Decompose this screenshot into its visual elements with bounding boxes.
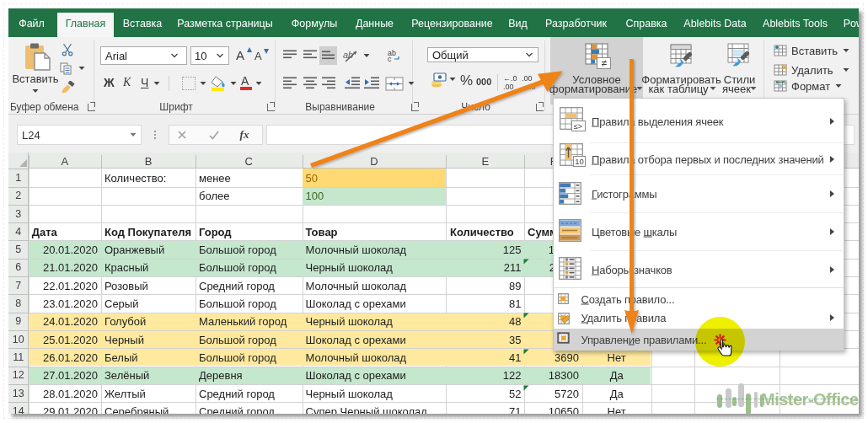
svg-text:c: c [388,55,392,62]
